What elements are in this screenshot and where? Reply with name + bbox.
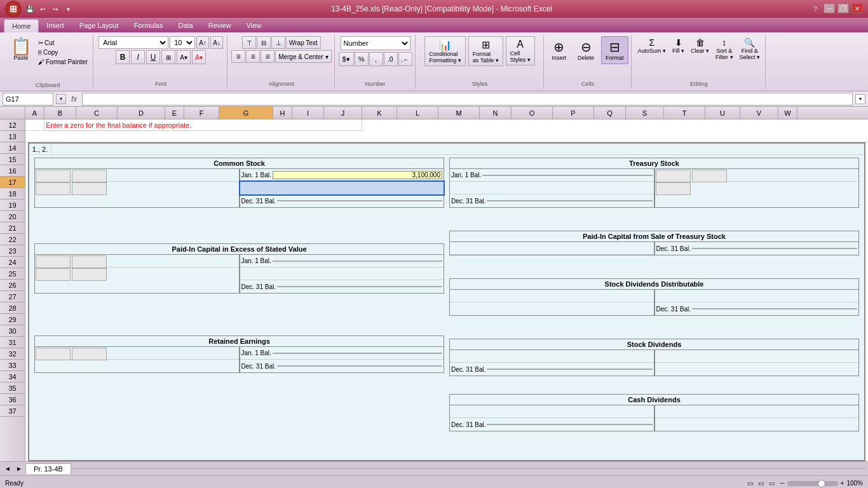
cs-selected-row[interactable] bbox=[240, 182, 444, 194]
ts-c-input-2[interactable] bbox=[692, 170, 727, 182]
cs-input-1[interactable] bbox=[36, 170, 71, 182]
close-btn[interactable]: ✕ bbox=[851, 3, 863, 13]
font-color-button[interactable]: A▾ bbox=[192, 50, 206, 64]
tab-insert[interactable]: Insert bbox=[39, 19, 72, 32]
col-header-b[interactable]: B bbox=[44, 107, 76, 119]
formula-input[interactable] bbox=[82, 93, 853, 105]
re-dec31-value[interactable] bbox=[277, 365, 442, 367]
row-header-37[interactable]: 37 bbox=[0, 405, 25, 417]
autosum-button[interactable]: Σ AutoSum ▾ bbox=[635, 36, 669, 55]
border-button[interactable]: ⊞ bbox=[161, 50, 175, 64]
currency-button[interactable]: $▾ bbox=[339, 52, 354, 66]
cd-debit-row1[interactable] bbox=[450, 405, 654, 418]
find-select-button[interactable]: 🔍 Find & Select ▾ bbox=[737, 36, 763, 62]
pie-input-2[interactable] bbox=[72, 255, 107, 268]
col-header-f[interactable]: F bbox=[184, 107, 219, 119]
comma-button[interactable]: , bbox=[369, 52, 383, 66]
col-header-t[interactable]: T bbox=[664, 107, 705, 119]
restore-btn[interactable]: ❐ bbox=[837, 3, 849, 13]
pie-input-1[interactable] bbox=[36, 255, 71, 268]
fill-button[interactable]: ⬇ Fill ▾ bbox=[670, 36, 687, 55]
cell-styles-button[interactable]: A Cell Styles ▾ bbox=[506, 36, 535, 65]
tab-review[interactable]: Review bbox=[201, 19, 239, 32]
row-header-12[interactable]: 12 bbox=[0, 119, 25, 131]
row-header-14[interactable]: 14 bbox=[0, 142, 25, 154]
row-header-23[interactable]: 23 bbox=[0, 245, 25, 257]
zoom-slider[interactable] bbox=[787, 481, 838, 486]
col-header-q[interactable]: Q bbox=[594, 107, 626, 119]
format-as-table-button[interactable]: ⊞ Format as Table ▾ bbox=[468, 36, 503, 66]
col-header-a[interactable]: A bbox=[25, 107, 44, 119]
col-header-s[interactable]: S bbox=[626, 107, 664, 119]
col-header-g[interactable]: G bbox=[219, 107, 273, 119]
cd-credit-row2[interactable] bbox=[655, 418, 859, 431]
row-header-26[interactable]: 26 bbox=[0, 280, 25, 291]
fill-color-button[interactable]: A▾ bbox=[177, 50, 191, 64]
pie-blank-row[interactable] bbox=[240, 268, 444, 280]
decrease-decimal-button[interactable]: .← bbox=[398, 52, 412, 66]
col-header-j[interactable]: J bbox=[324, 107, 362, 119]
format-painter-button[interactable]: 🖌 Format Painter bbox=[37, 58, 89, 66]
sd-debit-row1[interactable] bbox=[450, 350, 654, 363]
row-header-24[interactable]: 24 bbox=[0, 257, 25, 268]
cell-row13[interactable] bbox=[25, 131, 868, 142]
row-header-34[interactable]: 34 bbox=[0, 371, 25, 383]
save-quick-btn[interactable]: 💾 bbox=[24, 3, 36, 15]
cs-input-2[interactable] bbox=[72, 170, 107, 182]
col-header-h[interactable]: H bbox=[273, 107, 292, 119]
pie-dec31-value[interactable] bbox=[277, 286, 442, 287]
tab-scroll-left[interactable]: ◄ bbox=[3, 464, 13, 474]
middle-align-button[interactable]: ⊟ bbox=[257, 36, 271, 49]
customize-quick-btn[interactable]: ▾ bbox=[62, 3, 74, 15]
tab-scroll-right[interactable]: ► bbox=[14, 464, 24, 474]
row-header-17[interactable]: 17 bbox=[0, 177, 25, 188]
sd-credit-row2[interactable] bbox=[655, 363, 859, 376]
help-btn[interactable]: ? bbox=[810, 3, 821, 15]
row-header-20[interactable]: 20 bbox=[0, 211, 25, 222]
top-align-button[interactable]: ⊤ bbox=[242, 36, 256, 49]
conditional-formatting-button[interactable]: 📊 Conditional Formatting ▾ bbox=[424, 36, 466, 66]
row-header-35[interactable]: 35 bbox=[0, 383, 25, 394]
col-header-m[interactable]: M bbox=[438, 107, 480, 119]
align-center-button[interactable]: ≡ bbox=[246, 50, 260, 63]
row-header-33[interactable]: 33 bbox=[0, 360, 25, 371]
row-header-22[interactable]: 22 bbox=[0, 234, 25, 245]
cd-dec31-value[interactable] bbox=[487, 424, 652, 425]
sdd-dec31-value[interactable] bbox=[692, 308, 857, 309]
col-header-n[interactable]: N bbox=[480, 107, 512, 119]
col-header-o[interactable]: O bbox=[512, 107, 553, 119]
ts-c-input-1[interactable] bbox=[656, 170, 691, 182]
col-header-i[interactable]: I bbox=[292, 107, 324, 119]
merge-center-button[interactable]: Merge & Center ▾ bbox=[275, 50, 331, 63]
cell-reference-box[interactable]: G17 bbox=[3, 93, 53, 105]
sd-dec31-value[interactable] bbox=[487, 369, 652, 370]
col-header-d[interactable]: D bbox=[118, 107, 165, 119]
delete-button[interactable]: ⊖ Delete bbox=[573, 36, 599, 64]
sdd-credit-row1[interactable] bbox=[655, 290, 859, 302]
ts-c-input-3[interactable] bbox=[656, 182, 691, 195]
pie-input-4[interactable] bbox=[72, 268, 107, 281]
row-header-25[interactable]: 25 bbox=[0, 268, 25, 280]
col-header-l[interactable]: L bbox=[397, 107, 438, 119]
increase-font-button[interactable]: A↑ bbox=[196, 36, 209, 49]
row-header-31[interactable]: 31 bbox=[0, 337, 25, 348]
zoom-in-btn[interactable]: + bbox=[841, 480, 844, 487]
cell-a14[interactable]: 1., 2. bbox=[29, 144, 51, 154]
tab-view[interactable]: View bbox=[239, 19, 269, 32]
name-box-dropdown[interactable]: ▾ bbox=[56, 94, 66, 104]
decrease-font-button[interactable]: A↓ bbox=[210, 36, 223, 49]
bold-button[interactable]: B bbox=[116, 50, 130, 64]
row-header-18[interactable]: 18 bbox=[0, 188, 25, 200]
row-header-29[interactable]: 29 bbox=[0, 314, 25, 325]
row-header-21[interactable]: 21 bbox=[0, 222, 25, 234]
pie-input-3[interactable] bbox=[36, 268, 71, 281]
row-header-27[interactable]: 27 bbox=[0, 291, 25, 302]
cs-input-3[interactable] bbox=[36, 182, 71, 195]
increase-decimal-button[interactable]: .0 bbox=[384, 52, 398, 66]
wrap-text-button[interactable]: Wrap Text bbox=[286, 36, 321, 49]
pis-dec31-value[interactable] bbox=[692, 248, 857, 249]
sdd-debit-row1[interactable] bbox=[450, 290, 654, 302]
cut-button[interactable]: ✂ Cut bbox=[37, 39, 89, 47]
tab-data[interactable]: Data bbox=[170, 19, 200, 32]
ts-blank-row[interactable] bbox=[450, 182, 654, 194]
